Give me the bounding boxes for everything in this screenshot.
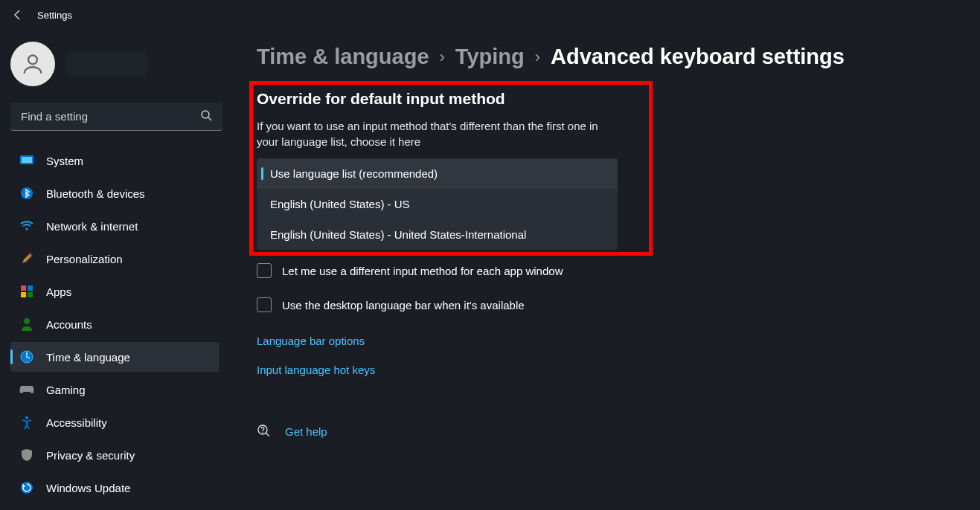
sidebar-item-bluetooth[interactable]: Bluetooth & devices <box>10 178 220 208</box>
chevron-right-icon: › <box>535 48 540 67</box>
sidebar-item-label: Apps <box>46 285 71 298</box>
link-get-help[interactable]: Get help <box>285 425 327 438</box>
sidebar-item-label: Accessibility <box>46 416 107 429</box>
svg-point-14 <box>25 416 28 419</box>
bluetooth-icon <box>19 186 34 201</box>
display-icon <box>19 153 34 168</box>
nav-list: System Bluetooth & devices Network & int… <box>10 146 220 506</box>
svg-rect-8 <box>28 285 33 291</box>
sidebar: System Bluetooth & devices Network & int… <box>0 30 227 510</box>
sidebar-item-label: Privacy & security <box>46 449 135 462</box>
checkbox-desktop-bar[interactable] <box>257 297 272 312</box>
accessibility-icon <box>19 415 34 430</box>
globe-clock-icon <box>19 349 34 364</box>
sidebar-item-label: System <box>46 155 83 167</box>
help-row: Get help <box>257 424 958 439</box>
dropdown-option-label: Use language list (recommended) <box>270 167 438 180</box>
dropdown-option-label: English (United States) - US <box>270 198 410 210</box>
svg-line-2 <box>208 117 211 120</box>
sidebar-item-gaming[interactable]: Gaming <box>10 375 220 404</box>
input-method-dropdown[interactable]: Use language list (recommended) English … <box>257 158 618 250</box>
svg-point-17 <box>262 431 263 433</box>
dropdown-option-en-us-intl[interactable]: English (United States) - United States-… <box>257 219 618 250</box>
avatar <box>10 42 55 86</box>
profile-name-redacted <box>65 51 147 77</box>
titlebar: Settings <box>0 0 980 30</box>
section-description: If you want to use an input method that'… <box>257 118 606 149</box>
svg-point-1 <box>202 111 209 118</box>
sidebar-item-label: Bluetooth & devices <box>46 187 145 200</box>
section-title: Override for default input method <box>257 90 958 108</box>
breadcrumb-level2[interactable]: Typing <box>455 45 525 69</box>
sidebar-item-system[interactable]: System <box>10 146 220 175</box>
checkbox-per-app[interactable] <box>257 263 272 278</box>
search-input[interactable] <box>10 103 222 131</box>
back-button[interactable] <box>10 7 25 22</box>
arrow-left-icon <box>12 9 24 21</box>
dropdown-option-label: English (United States) - United States-… <box>270 228 526 241</box>
chevron-right-icon: › <box>440 48 445 67</box>
sidebar-item-accessibility[interactable]: Accessibility <box>10 407 220 437</box>
sidebar-item-label: Gaming <box>46 384 86 396</box>
sidebar-item-time-language[interactable]: Time & language <box>10 342 220 372</box>
update-icon <box>19 480 34 495</box>
sidebar-item-accounts[interactable]: Accounts <box>10 309 220 339</box>
breadcrumb-level1[interactable]: Time & language <box>257 45 429 69</box>
svg-rect-9 <box>21 292 26 297</box>
checkbox-label: Let me use a different input method for … <box>282 265 563 277</box>
brush-icon <box>19 251 34 266</box>
breadcrumb-level3: Advanced keyboard settings <box>551 45 845 69</box>
sidebar-item-label: Time & language <box>46 351 130 364</box>
apps-icon <box>19 284 34 299</box>
sidebar-item-label: Accounts <box>46 318 92 331</box>
svg-rect-10 <box>28 292 33 297</box>
sidebar-item-privacy[interactable]: Privacy & security <box>10 440 220 470</box>
window-title: Settings <box>37 10 72 21</box>
sidebar-item-label: Network & internet <box>46 220 138 233</box>
search-field-wrap <box>10 103 220 131</box>
link-language-bar-options[interactable]: Language bar options <box>257 335 365 347</box>
wifi-icon <box>19 219 34 233</box>
sidebar-item-windows-update[interactable]: Windows Update <box>10 473 220 503</box>
override-section: Override for default input method If you… <box>257 90 958 250</box>
profile-block[interactable] <box>10 42 220 86</box>
svg-line-18 <box>266 433 270 437</box>
gamepad-icon <box>19 382 34 397</box>
svg-point-0 <box>28 55 37 64</box>
svg-rect-7 <box>21 285 26 291</box>
checkbox-per-app-row[interactable]: Let me use a different input method for … <box>257 263 958 278</box>
person-icon <box>20 51 45 77</box>
dropdown-option-en-us[interactable]: English (United States) - US <box>257 189 618 219</box>
dropdown-option-recommended[interactable]: Use language list (recommended) <box>257 158 618 189</box>
link-input-hot-keys[interactable]: Input language hot keys <box>257 364 375 376</box>
search-icon[interactable] <box>200 109 212 124</box>
main-content: Time & language › Typing › Advanced keyb… <box>227 30 980 510</box>
help-icon <box>257 424 272 439</box>
checkbox-desktop-bar-row[interactable]: Use the desktop language bar when it's a… <box>257 297 958 312</box>
account-icon <box>19 317 34 332</box>
sidebar-item-label: Personalization <box>46 253 123 265</box>
breadcrumb: Time & language › Typing › Advanced keyb… <box>257 45 958 69</box>
svg-point-11 <box>24 318 30 324</box>
sidebar-item-network[interactable]: Network & internet <box>10 211 220 241</box>
svg-rect-4 <box>22 157 32 163</box>
sidebar-item-label: Windows Update <box>46 482 130 494</box>
sidebar-item-personalization[interactable]: Personalization <box>10 244 220 274</box>
svg-point-6 <box>26 228 28 230</box>
checkbox-label: Use the desktop language bar when it's a… <box>282 299 525 312</box>
sidebar-item-apps[interactable]: Apps <box>10 277 220 306</box>
shield-icon <box>19 448 34 462</box>
